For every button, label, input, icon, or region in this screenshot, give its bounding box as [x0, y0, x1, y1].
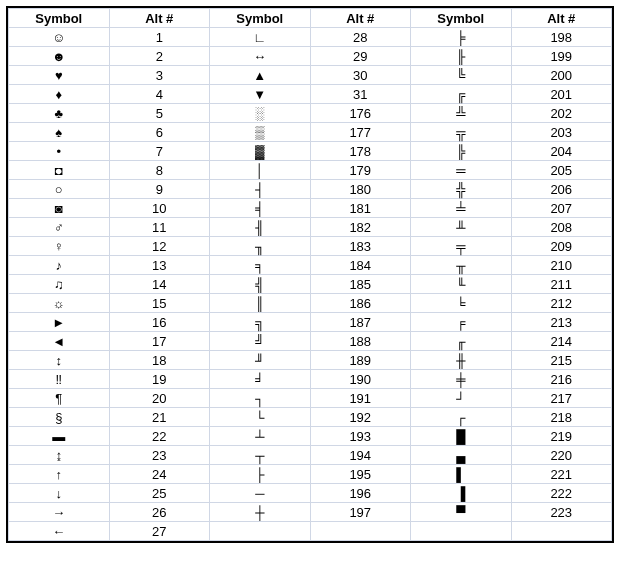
alt-code-cell: 6 — [109, 123, 210, 142]
alt-code-cell: 191 — [310, 389, 411, 408]
symbol-cell: ♀ — [9, 237, 110, 256]
table-row: ↑24├195▌221 — [9, 465, 612, 484]
table-row: ♣5░176╩202 — [9, 104, 612, 123]
symbol-cell: ▬ — [9, 427, 110, 446]
symbol-cell: ↑ — [9, 465, 110, 484]
alt-code-cell: 176 — [310, 104, 411, 123]
alt-code-cell: 215 — [511, 351, 612, 370]
table-row: →26┼197▀223 — [9, 503, 612, 522]
alt-code-cell: 19 — [109, 370, 210, 389]
alt-code-cell: 8 — [109, 161, 210, 180]
alt-code-cell: 21 — [109, 408, 210, 427]
alt-code-cell: 182 — [310, 218, 411, 237]
alt-code-cell: 13 — [109, 256, 210, 275]
symbol-cell: ╔ — [411, 85, 512, 104]
symbol-cell: → — [9, 503, 110, 522]
symbol-cell: ♪ — [9, 256, 110, 275]
symbol-cell: ▒ — [210, 123, 311, 142]
alt-code-cell: 14 — [109, 275, 210, 294]
symbol-cell: ┌ — [411, 408, 512, 427]
symbol-cell: ∟ — [210, 28, 311, 47]
alt-code-cell: 221 — [511, 465, 612, 484]
symbol-cell: ╣ — [210, 275, 311, 294]
table-row: ○9┤180╬206 — [9, 180, 612, 199]
alt-code-cell: 218 — [511, 408, 612, 427]
alt-code-cell: 193 — [310, 427, 411, 446]
alt-code-cell: 16 — [109, 313, 210, 332]
alt-code-cell: 30 — [310, 66, 411, 85]
symbol-cell: § — [9, 408, 110, 427]
alt-code-cell: 185 — [310, 275, 411, 294]
symbol-cell: ╦ — [411, 123, 512, 142]
alt-code-cell: 220 — [511, 446, 612, 465]
symbol-cell: ♦ — [9, 85, 110, 104]
alt-code-cell: 28 — [310, 28, 411, 47]
symbol-cell: ▼ — [210, 85, 311, 104]
symbol-cell: ☺ — [9, 28, 110, 47]
alt-code-cell: 190 — [310, 370, 411, 389]
col-header-symbol-2: Symbol — [210, 9, 311, 28]
alt-code-cell: 200 — [511, 66, 612, 85]
symbol-cell: ╗ — [210, 313, 311, 332]
symbol-cell: ░ — [210, 104, 311, 123]
symbol-cell: ╓ — [411, 332, 512, 351]
table-row: ☼15║186╘212 — [9, 294, 612, 313]
symbol-cell — [210, 522, 311, 541]
symbol-cell: ◄ — [9, 332, 110, 351]
alt-code-cell: 26 — [109, 503, 210, 522]
symbol-cell: ╖ — [210, 237, 311, 256]
symbol-cell: ╡ — [210, 199, 311, 218]
symbol-cell: ┬ — [210, 446, 311, 465]
table-row: ↨23┬194▄220 — [9, 446, 612, 465]
symbol-cell: ▀ — [411, 503, 512, 522]
alt-code-cell: 205 — [511, 161, 612, 180]
symbol-cell: ╒ — [411, 313, 512, 332]
alt-code-cell: 15 — [109, 294, 210, 313]
symbol-cell: ╘ — [411, 294, 512, 313]
symbol-cell: ○ — [9, 180, 110, 199]
alt-code-cell: 5 — [109, 104, 210, 123]
symbol-cell: ┐ — [210, 389, 311, 408]
col-header-symbol-1: Symbol — [9, 9, 110, 28]
header-row: Symbol Alt # Symbol Alt # Symbol Alt # — [9, 9, 612, 28]
table-body: ☺1∟28╞198☻2↔29╟199♥3▲30╚200♦4▼31╔201♣5░1… — [9, 28, 612, 541]
alt-code-cell: 202 — [511, 104, 612, 123]
alt-code-cell: 186 — [310, 294, 411, 313]
alt-code-cell: 208 — [511, 218, 612, 237]
symbol-cell: ╫ — [411, 351, 512, 370]
alt-code-table-container: Symbol Alt # Symbol Alt # Symbol Alt # ☺… — [6, 6, 614, 543]
alt-code-cell: 222 — [511, 484, 612, 503]
symbol-cell: ╪ — [411, 370, 512, 389]
symbol-cell: ▲ — [210, 66, 311, 85]
alt-code-cell: 7 — [109, 142, 210, 161]
symbol-cell: ▐ — [411, 484, 512, 503]
alt-code-cell: 219 — [511, 427, 612, 446]
alt-code-cell: 179 — [310, 161, 411, 180]
table-row: ►16╗187╒213 — [9, 313, 612, 332]
alt-code-cell: 196 — [310, 484, 411, 503]
symbol-cell: ┤ — [210, 180, 311, 199]
symbol-cell: ╤ — [411, 237, 512, 256]
alt-code-cell: 204 — [511, 142, 612, 161]
alt-code-cell: 198 — [511, 28, 612, 47]
alt-code-cell: 203 — [511, 123, 612, 142]
col-header-alt-3: Alt # — [511, 9, 612, 28]
symbol-cell: ♂ — [9, 218, 110, 237]
symbol-cell: ╢ — [210, 218, 311, 237]
alt-code-cell: 201 — [511, 85, 612, 104]
symbol-cell: ╨ — [411, 218, 512, 237]
alt-code-cell: 181 — [310, 199, 411, 218]
alt-code-cell: 10 — [109, 199, 210, 218]
symbol-cell: ═ — [411, 161, 512, 180]
alt-code-cell: 3 — [109, 66, 210, 85]
alt-code-cell: 183 — [310, 237, 411, 256]
alt-code-cell: 20 — [109, 389, 210, 408]
col-header-symbol-3: Symbol — [411, 9, 512, 28]
table-row: ▬22┴193█219 — [9, 427, 612, 446]
alt-code-cell: 18 — [109, 351, 210, 370]
symbol-cell: ↔ — [210, 47, 311, 66]
alt-code-cell: 25 — [109, 484, 210, 503]
alt-code-cell: 197 — [310, 503, 411, 522]
table-row: ♪13╕184╥210 — [9, 256, 612, 275]
table-row: ↓25─196▐222 — [9, 484, 612, 503]
